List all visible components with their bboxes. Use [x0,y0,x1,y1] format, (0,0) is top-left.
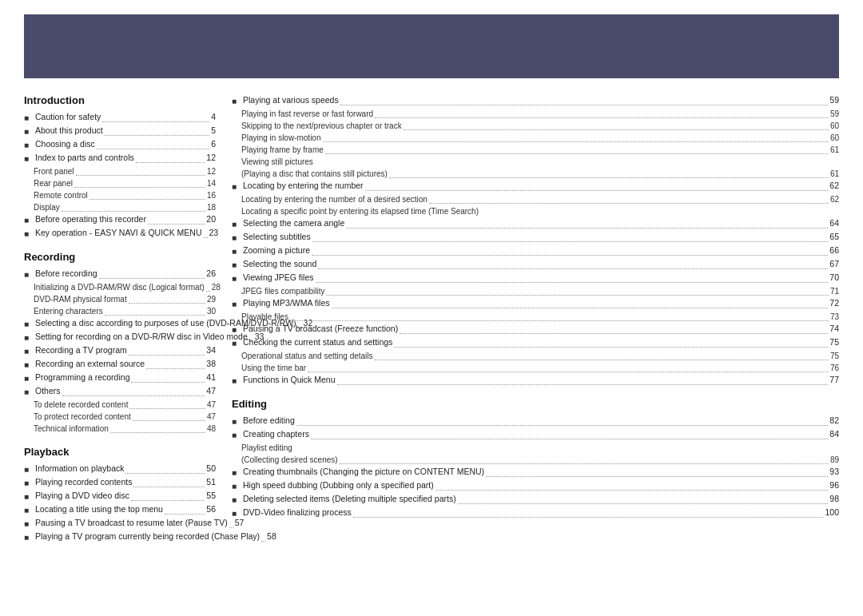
toc-entry: ■Selecting the camera angle64 [232,217,839,230]
toc-plain-entry: Viewing still pictures [241,156,839,168]
toc-entry: ■Information on playback50 [24,463,216,475]
toc-sub-entry: (Playing a disc that contains still pict… [241,168,839,180]
toc-entry: ■DVD-Video finalizing process100 [232,507,839,519]
toc-sub-entry: Playing frame by frame61 [241,144,839,156]
main-content: Introduction■Caution for safety4■About t… [24,94,839,608]
toc-entry: ■Pausing a TV broadcast to resume later … [24,517,216,530]
toc-sub-entry: Entering characters30 [34,305,216,317]
toc-sub-entry: Playing in fast reverse or fast forward5… [241,108,839,120]
toc-sub-entry: Playable files73 [241,311,839,323]
toc-entry: ■Creating thumbnails (Changing the pictu… [232,466,839,479]
section-title: Introduction [24,94,216,106]
toc-sub-entry: Display18 [34,201,216,213]
toc-sub-entry: Rear panel14 [34,177,216,189]
toc-entry: ■Playing a TV program currently being re… [24,531,216,543]
toc-entry: ■About this product5 [24,125,216,137]
toc-entry: ■Index to parts and controls12 [24,152,216,165]
toc-entry: ■Caution for safety4 [24,111,216,124]
toc-entry: ■Recording an external source38 [24,358,216,371]
toc-entry: ■Locating a title using the top menu56 [24,503,216,516]
toc-entry: ■Selecting a disc according to purposes … [24,317,216,330]
toc-entry: ■Deleting selected items (Deleting multi… [232,493,839,506]
toc-sub-entry: Operational status and setting details75 [241,350,839,362]
toc-sub-entry: To protect recorded content47 [34,411,216,423]
toc-entry: ■Choosing a disc6 [24,138,216,151]
toc-entry: ■Others47 [24,385,216,398]
toc-entry: ■Pausing a TV broadcast (Freeze function… [232,323,839,336]
section-title: Playback [24,446,216,458]
toc-sub-entry: Locating by entering the number of a des… [241,193,839,205]
toc-sub-entry: Remote control16 [34,189,216,201]
page-wrapper: Introduction■Caution for safety4■About t… [0,0,863,616]
toc-entry: ■Before recording26 [24,268,216,280]
toc-sub-entry: (Collecting desired scenes)89 [241,454,839,466]
toc-sub-entry: To delete recorded content47 [34,399,216,411]
toc-sub-entry: Using the time bar76 [241,362,839,374]
toc-sub-entry: Initializing a DVD-RAM/RW disc (Logical … [34,281,216,293]
toc-entry: ■Before operating this recorder20 [24,213,216,226]
header-banner [24,14,839,78]
toc-plain-entry: Playlist editing [241,442,839,454]
toc-entry: ■Functions in Quick Menu77 [232,374,839,387]
toc-entry: ■High speed dubbing (Dubbing only a spec… [232,479,839,492]
toc-sub-entry: Front panel12 [34,165,216,177]
toc-sub-entry: Playing in slow-motion60 [241,132,839,144]
toc-entry: ■Viewing JPEG files70 [232,272,839,284]
toc-entry: ■Playing recorded contents51 [24,476,216,489]
toc-entry: ■Selecting the sound67 [232,258,839,271]
toc-entry: ■Playing MP3/WMA files72 [232,297,839,310]
toc-entry: ■Setting for recording on a DVD-R/RW dis… [24,331,216,344]
left-column: Introduction■Caution for safety4■About t… [24,94,216,608]
toc-entry: ■Checking the current status and setting… [232,336,839,349]
toc-entry: ■Before editing82 [232,415,839,427]
toc-entry: ■Creating chapters84 [232,428,839,441]
right-column: ■Playing at various speeds59Playing in f… [232,94,839,608]
toc-entry: ■Playing a DVD video disc55 [24,490,216,503]
toc-entry: ■Key operation - EASY NAVI & QUICK MENU2… [24,227,216,240]
toc-sub-entry: DVD-RAM physical format29 [34,293,216,305]
toc-entry: ■Playing at various speeds59 [232,94,839,107]
section-title: Recording [24,251,216,263]
toc-entry: ■Programming a recording41 [24,372,216,384]
toc-entry: ■Recording a TV program34 [24,344,216,357]
toc-sub-entry: Skipping to the next/previous chapter or… [241,120,839,132]
section-title: Editing [232,398,839,410]
toc-sub-entry: JPEG files compatibility71 [241,285,839,297]
toc-plain-entry: Locating a specific point by entering it… [241,205,839,217]
toc-entry: ■Selecting subtitles65 [232,231,839,244]
toc-sub-entry: Technical information48 [34,423,216,435]
toc-entry: ■Locating by entering the number62 [232,180,839,193]
toc-entry: ■Zooming a picture66 [232,244,839,257]
